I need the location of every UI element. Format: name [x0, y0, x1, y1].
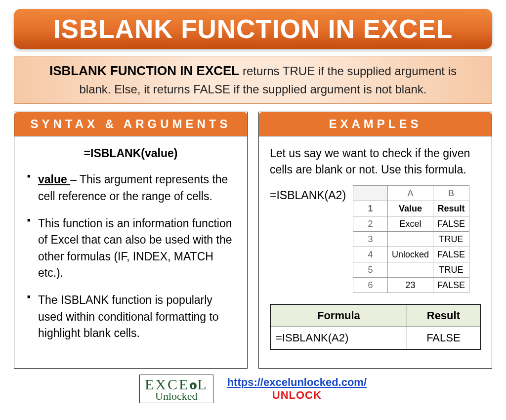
example-formula: =ISBLANK(A2) — [270, 185, 346, 204]
examples-body: Let us say we want to check if the given… — [259, 136, 492, 359]
excel-unlocked-logo: EXCEL Unlocked — [139, 375, 213, 403]
sheet-h-value: Value — [388, 201, 433, 216]
sheet-rownum-3: 3 — [353, 231, 388, 247]
sheet-corner — [353, 185, 388, 201]
sheet-col-b: B — [433, 185, 469, 201]
page-title-banner: ISBLANK FUNCTION IN EXCEL — [14, 9, 492, 49]
result-value-cell: FALSE — [407, 327, 480, 349]
logo-unlocked-text: Unlocked — [145, 391, 208, 402]
intro-rest1: returns TRUE if the supplied argument is — [239, 64, 457, 78]
arg-label: value — [38, 173, 70, 186]
result-header-result: Result — [407, 304, 480, 327]
footer-links: https://excelunlocked.com/ UNLOCK — [227, 376, 367, 402]
page-title-text: ISBLANK FUNCTION IN EXCEL — [53, 14, 453, 43]
sheet-h-result: Result — [433, 201, 469, 216]
syntax-body: =ISBLANK(value) value – This argument re… — [14, 136, 247, 350]
sheet-rownum-6: 6 — [353, 278, 388, 293]
sheet-cell: 23 — [388, 278, 433, 293]
examples-intro: Let us say we want to check if the given… — [270, 145, 481, 178]
footer-url-link[interactable]: https://excelunlocked.com/ — [227, 376, 367, 388]
sheet-cell: Unlocked — [388, 247, 433, 262]
sheet-cell: TRUE — [433, 231, 469, 247]
result-formula-cell: =ISBLANK(A2) — [270, 327, 407, 349]
sheet-rownum-1: 1 — [353, 201, 388, 216]
footer-tag: UNLOCK — [272, 389, 322, 401]
sheet-cell: FALSE — [433, 278, 469, 293]
sheet-cell — [388, 262, 433, 278]
syntax-header: SYNTAX & ARGUMENTS — [14, 112, 247, 136]
sheet-rownum-5: 5 — [353, 262, 388, 278]
examples-header: EXAMPLES — [259, 112, 492, 136]
syntax-card: SYNTAX & ARGUMENTS =ISBLANK(value) value… — [14, 112, 248, 369]
keyhole-icon — [190, 382, 197, 389]
syntax-formula: =ISBLANK(value) — [25, 145, 236, 162]
footer: EXCEL Unlocked https://excelunlocked.com… — [14, 375, 492, 403]
intro-rest2: blank. Else, it returns FALSE if the sup… — [79, 83, 426, 96]
sheet-rownum-4: 4 — [353, 247, 388, 262]
example-spreadsheet: A B 1 Value Result 2 Excel FALSE 3 — [353, 185, 469, 294]
sheet-cell: FALSE — [433, 216, 469, 231]
result-table: Formula Result =ISBLANK(A2) FALSE — [270, 304, 481, 350]
sheet-col-a: A — [388, 185, 433, 201]
intro-lead: ISBLANK FUNCTION IN EXCEL — [49, 63, 239, 78]
sheet-cell — [388, 231, 433, 247]
syntax-arg-value: value – This argument represents the cel… — [27, 171, 236, 205]
sheet-rownum-2: 2 — [353, 216, 388, 231]
syntax-bullet-2: This function is an information function… — [27, 215, 236, 281]
example-row: =ISBLANK(A2) A B 1 Value Result 2 Excel — [270, 185, 481, 294]
syntax-arguments-list: value – This argument represents the cel… — [25, 171, 236, 341]
sheet-cell: FALSE — [433, 247, 469, 262]
sheet-cell: TRUE — [433, 262, 469, 278]
examples-card: EXAMPLES Let us say we want to check if … — [258, 112, 492, 369]
columns-container: SYNTAX & ARGUMENTS =ISBLANK(value) value… — [14, 112, 492, 369]
intro-box: ISBLANK FUNCTION IN EXCEL returns TRUE i… — [14, 56, 492, 104]
syntax-bullet-3: The ISBLANK function is popularly used w… — [27, 292, 236, 341]
sheet-cell: Excel — [388, 216, 433, 231]
result-header-formula: Formula — [270, 304, 407, 327]
